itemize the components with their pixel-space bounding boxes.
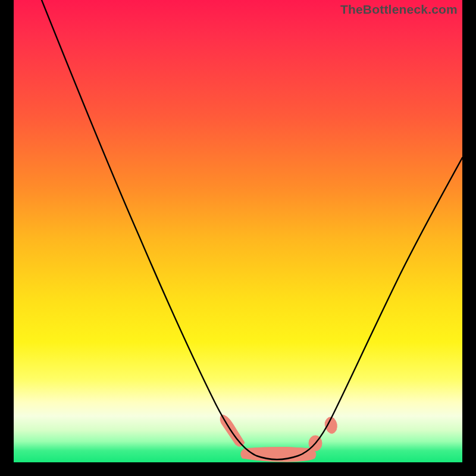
bottleneck-curve [42,0,462,459]
chart-svg [14,0,462,462]
chart-plot-area: TheBottleneck.com [14,0,462,462]
